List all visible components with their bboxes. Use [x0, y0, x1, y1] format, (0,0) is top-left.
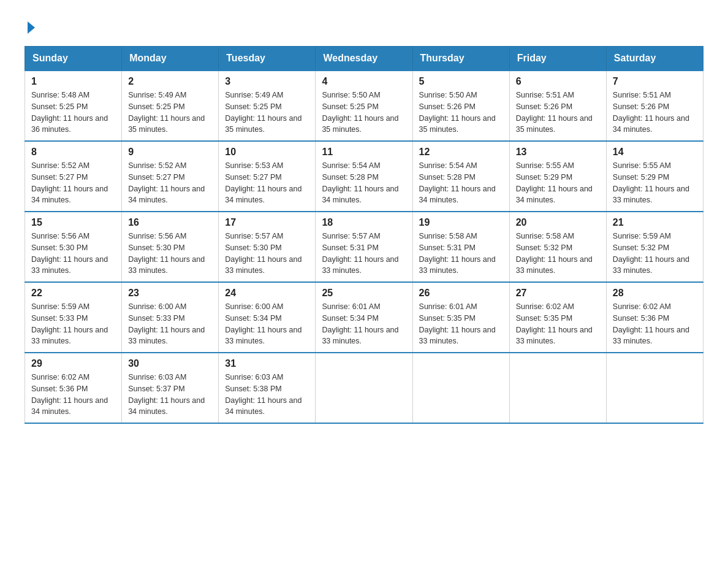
day-number: 15 [31, 217, 115, 228]
day-number: 17 [225, 217, 309, 228]
day-header-wednesday: Wednesday [316, 47, 412, 71]
day-number: 30 [128, 358, 212, 369]
day-number: 3 [225, 76, 309, 87]
day-number: 7 [613, 76, 697, 87]
calendar-cell [412, 353, 509, 423]
calendar-cell: 15 Sunrise: 5:56 AMSunset: 5:30 PMDaylig… [25, 212, 122, 282]
day-info: Sunrise: 5:53 AMSunset: 5:27 PMDaylight:… [225, 161, 301, 204]
day-info: Sunrise: 5:56 AMSunset: 5:30 PMDaylight:… [31, 232, 108, 275]
calendar-cell: 20 Sunrise: 5:58 AMSunset: 5:32 PMDaylig… [509, 212, 606, 282]
day-info: Sunrise: 6:02 AMSunset: 5:36 PMDaylight:… [613, 302, 689, 345]
day-info: Sunrise: 5:55 AMSunset: 5:29 PMDaylight:… [516, 161, 593, 204]
day-header-monday: Monday [122, 47, 219, 71]
calendar-header-row: SundayMondayTuesdayWednesdayThursdayFrid… [25, 47, 703, 71]
calendar-cell: 11 Sunrise: 5:54 AMSunset: 5:28 PMDaylig… [316, 141, 412, 212]
day-info: Sunrise: 5:50 AMSunset: 5:26 PMDaylight:… [419, 91, 496, 134]
day-info: Sunrise: 5:56 AMSunset: 5:30 PMDaylight:… [128, 232, 205, 275]
calendar-cell: 10 Sunrise: 5:53 AMSunset: 5:27 PMDaylig… [219, 141, 316, 212]
day-info: Sunrise: 6:00 AMSunset: 5:33 PMDaylight:… [128, 302, 205, 345]
calendar-cell: 17 Sunrise: 5:57 AMSunset: 5:30 PMDaylig… [219, 212, 316, 282]
day-number: 28 [613, 288, 697, 299]
day-number: 24 [225, 288, 309, 299]
calendar-cell: 21 Sunrise: 5:59 AMSunset: 5:32 PMDaylig… [606, 212, 703, 282]
day-number: 31 [225, 358, 309, 369]
day-info: Sunrise: 5:48 AMSunset: 5:25 PMDaylight:… [31, 91, 108, 134]
day-info: Sunrise: 5:59 AMSunset: 5:33 PMDaylight:… [31, 302, 108, 345]
day-number: 8 [31, 147, 115, 158]
day-header-tuesday: Tuesday [219, 47, 316, 71]
logo-arrow-icon [28, 21, 35, 34]
day-number: 4 [322, 76, 406, 87]
day-info: Sunrise: 6:03 AMSunset: 5:38 PMDaylight:… [225, 373, 301, 416]
day-number: 5 [419, 76, 503, 87]
day-info: Sunrise: 6:02 AMSunset: 5:35 PMDaylight:… [516, 302, 593, 345]
day-number: 10 [225, 147, 309, 158]
day-info: Sunrise: 6:00 AMSunset: 5:34 PMDaylight:… [225, 302, 301, 345]
day-number: 22 [31, 288, 115, 299]
calendar-cell: 26 Sunrise: 6:01 AMSunset: 5:35 PMDaylig… [412, 282, 509, 353]
calendar-cell: 16 Sunrise: 5:56 AMSunset: 5:30 PMDaylig… [122, 212, 219, 282]
day-header-friday: Friday [509, 47, 606, 71]
calendar-week-row: 8 Sunrise: 5:52 AMSunset: 5:27 PMDayligh… [25, 141, 703, 212]
logo-blue-area [26, 18, 35, 34]
day-number: 2 [128, 76, 212, 87]
day-info: Sunrise: 5:55 AMSunset: 5:29 PMDaylight:… [613, 161, 689, 204]
day-info: Sunrise: 6:03 AMSunset: 5:37 PMDaylight:… [128, 373, 205, 416]
calendar-cell: 14 Sunrise: 5:55 AMSunset: 5:29 PMDaylig… [606, 141, 703, 212]
calendar-week-row: 1 Sunrise: 5:48 AMSunset: 5:25 PMDayligh… [25, 71, 703, 141]
calendar-cell: 31 Sunrise: 6:03 AMSunset: 5:38 PMDaylig… [219, 353, 316, 423]
calendar-cell: 27 Sunrise: 6:02 AMSunset: 5:35 PMDaylig… [509, 282, 606, 353]
calendar-cell: 22 Sunrise: 5:59 AMSunset: 5:33 PMDaylig… [25, 282, 122, 353]
day-number: 19 [419, 217, 503, 228]
calendar-cell: 28 Sunrise: 6:02 AMSunset: 5:36 PMDaylig… [606, 282, 703, 353]
calendar-cell: 25 Sunrise: 6:01 AMSunset: 5:34 PMDaylig… [316, 282, 412, 353]
day-info: Sunrise: 5:51 AMSunset: 5:26 PMDaylight:… [613, 91, 689, 134]
calendar-cell: 2 Sunrise: 5:49 AMSunset: 5:25 PMDayligh… [122, 71, 219, 141]
day-number: 14 [613, 147, 697, 158]
day-number: 20 [516, 217, 600, 228]
day-info: Sunrise: 6:01 AMSunset: 5:35 PMDaylight:… [419, 302, 496, 345]
calendar-cell: 18 Sunrise: 5:57 AMSunset: 5:31 PMDaylig… [316, 212, 412, 282]
calendar-cell: 5 Sunrise: 5:50 AMSunset: 5:26 PMDayligh… [412, 71, 509, 141]
calendar-cell: 13 Sunrise: 5:55 AMSunset: 5:29 PMDaylig… [509, 141, 606, 212]
calendar-cell: 29 Sunrise: 6:02 AMSunset: 5:36 PMDaylig… [25, 353, 122, 423]
calendar-cell: 12 Sunrise: 5:54 AMSunset: 5:28 PMDaylig… [412, 141, 509, 212]
day-number: 23 [128, 288, 212, 299]
day-number: 29 [31, 358, 115, 369]
day-info: Sunrise: 5:58 AMSunset: 5:32 PMDaylight:… [516, 232, 593, 275]
day-info: Sunrise: 6:01 AMSunset: 5:34 PMDaylight:… [322, 302, 398, 345]
day-number: 27 [516, 288, 600, 299]
day-number: 12 [419, 147, 503, 158]
calendar-cell [606, 353, 703, 423]
day-header-thursday: Thursday [412, 47, 509, 71]
day-info: Sunrise: 5:52 AMSunset: 5:27 PMDaylight:… [128, 161, 205, 204]
day-info: Sunrise: 5:51 AMSunset: 5:26 PMDaylight:… [516, 91, 593, 134]
logo [25, 18, 35, 34]
calendar-week-row: 22 Sunrise: 5:59 AMSunset: 5:33 PMDaylig… [25, 282, 703, 353]
day-info: Sunrise: 5:59 AMSunset: 5:32 PMDaylight:… [613, 232, 689, 275]
calendar-cell: 24 Sunrise: 6:00 AMSunset: 5:34 PMDaylig… [219, 282, 316, 353]
day-info: Sunrise: 5:54 AMSunset: 5:28 PMDaylight:… [419, 161, 496, 204]
calendar-cell [509, 353, 606, 423]
day-header-sunday: Sunday [25, 47, 122, 71]
calendar-week-row: 29 Sunrise: 6:02 AMSunset: 5:36 PMDaylig… [25, 353, 703, 423]
calendar-cell: 6 Sunrise: 5:51 AMSunset: 5:26 PMDayligh… [509, 71, 606, 141]
day-number: 21 [613, 217, 697, 228]
day-number: 25 [322, 288, 406, 299]
day-number: 13 [516, 147, 600, 158]
day-info: Sunrise: 5:52 AMSunset: 5:27 PMDaylight:… [31, 161, 108, 204]
day-info: Sunrise: 6:02 AMSunset: 5:36 PMDaylight:… [31, 373, 108, 416]
calendar-cell: 9 Sunrise: 5:52 AMSunset: 5:27 PMDayligh… [122, 141, 219, 212]
day-number: 18 [322, 217, 406, 228]
day-info: Sunrise: 5:49 AMSunset: 5:25 PMDaylight:… [225, 91, 301, 134]
day-info: Sunrise: 5:54 AMSunset: 5:28 PMDaylight:… [322, 161, 398, 204]
calendar-cell: 8 Sunrise: 5:52 AMSunset: 5:27 PMDayligh… [25, 141, 122, 212]
day-number: 9 [128, 147, 212, 158]
day-info: Sunrise: 5:58 AMSunset: 5:31 PMDaylight:… [419, 232, 496, 275]
calendar-cell [316, 353, 412, 423]
day-info: Sunrise: 5:49 AMSunset: 5:25 PMDaylight:… [128, 91, 205, 134]
day-number: 11 [322, 147, 406, 158]
day-number: 26 [419, 288, 503, 299]
calendar-cell: 4 Sunrise: 5:50 AMSunset: 5:25 PMDayligh… [316, 71, 412, 141]
calendar-cell: 30 Sunrise: 6:03 AMSunset: 5:37 PMDaylig… [122, 353, 219, 423]
